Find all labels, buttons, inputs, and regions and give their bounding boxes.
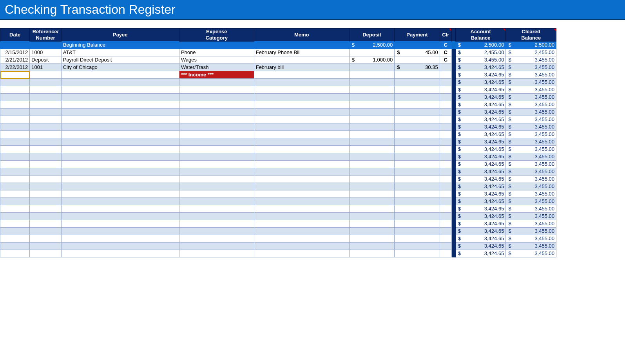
cell-payment[interactable] bbox=[395, 161, 440, 168]
cell-memo[interactable] bbox=[254, 198, 349, 205]
cell-clr[interactable] bbox=[440, 243, 451, 250]
header-date[interactable]: Date bbox=[0, 29, 30, 42]
cell-payee[interactable] bbox=[61, 190, 179, 198]
cell-account-balance[interactable]: 3,424.65 bbox=[455, 168, 506, 176]
cell-category[interactable] bbox=[179, 101, 254, 109]
cell-payee[interactable] bbox=[61, 116, 179, 123]
cell-cleared-balance[interactable]: 3,455.00 bbox=[506, 235, 556, 243]
cell-deposit[interactable] bbox=[349, 228, 394, 235]
cell-category[interactable] bbox=[179, 213, 254, 220]
header-payment[interactable]: Payment bbox=[395, 29, 440, 42]
cell-memo[interactable] bbox=[254, 205, 349, 213]
cell-memo[interactable] bbox=[254, 138, 349, 146]
cell-category[interactable] bbox=[179, 131, 254, 138]
cell-memo[interactable] bbox=[254, 176, 349, 183]
cell-clr[interactable] bbox=[440, 123, 451, 131]
cell-ref[interactable] bbox=[30, 190, 61, 198]
cell-payment[interactable] bbox=[395, 243, 440, 250]
cell-clr[interactable] bbox=[440, 109, 451, 116]
cell-memo[interactable] bbox=[254, 228, 349, 235]
cell-payee[interactable] bbox=[61, 86, 179, 94]
cell-deposit[interactable] bbox=[349, 235, 394, 243]
cell-memo[interactable] bbox=[254, 71, 349, 79]
cell-ref[interactable] bbox=[30, 109, 61, 116]
cell-payee[interactable]: City of Chicago bbox=[61, 64, 179, 71]
cell-date[interactable] bbox=[0, 235, 30, 243]
cell-payee[interactable] bbox=[61, 168, 179, 176]
cell-category[interactable] bbox=[179, 228, 254, 235]
cell-payment[interactable] bbox=[395, 123, 440, 131]
header-cleared-bot[interactable]: Balance bbox=[506, 35, 556, 42]
cell-account-balance[interactable]: 3,424.65 bbox=[455, 176, 506, 183]
cell-deposit[interactable] bbox=[349, 131, 394, 138]
cell-payee[interactable] bbox=[61, 198, 179, 205]
cell-cleared-balance[interactable]: 3,455.00 bbox=[506, 131, 556, 138]
cell-account-balance[interactable]: 3,424.65 bbox=[455, 131, 506, 138]
cell-deposit[interactable] bbox=[349, 79, 394, 86]
cell-clr[interactable] bbox=[440, 161, 451, 168]
cell-payment[interactable] bbox=[395, 109, 440, 116]
cell-cleared-balance[interactable]: 3,455.00 bbox=[506, 243, 556, 250]
cell-memo[interactable] bbox=[254, 56, 349, 64]
cell-payment[interactable] bbox=[395, 116, 440, 123]
cell-memo[interactable] bbox=[254, 168, 349, 176]
cell-ref[interactable] bbox=[30, 131, 61, 138]
cell-date[interactable] bbox=[0, 228, 30, 235]
cell-account-balance[interactable]: 3,424.65 bbox=[455, 228, 506, 235]
cell-clr[interactable] bbox=[440, 213, 451, 220]
cell-category[interactable] bbox=[179, 183, 254, 190]
cell-cleared-balance[interactable]: 3,455.00 bbox=[506, 138, 556, 146]
cell-category[interactable] bbox=[179, 235, 254, 243]
cell-ref[interactable] bbox=[30, 42, 61, 49]
cell-payee[interactable] bbox=[61, 205, 179, 213]
cell-memo[interactable] bbox=[254, 161, 349, 168]
cell-category[interactable] bbox=[179, 190, 254, 198]
cell-deposit[interactable] bbox=[349, 94, 394, 101]
cell-memo[interactable] bbox=[254, 235, 349, 243]
cell-payment[interactable] bbox=[395, 198, 440, 205]
cell-ref[interactable] bbox=[30, 86, 61, 94]
cell-category[interactable] bbox=[179, 250, 254, 257]
cell-cleared-balance[interactable]: 3,455.00 bbox=[506, 109, 556, 116]
cell-account-balance[interactable]: 3,424.65 bbox=[455, 94, 506, 101]
cell-cleared-balance[interactable]: 3,455.00 bbox=[506, 116, 556, 123]
cell-account-balance[interactable]: 3,455.00 bbox=[455, 56, 506, 64]
cell-clr[interactable] bbox=[440, 198, 451, 205]
cell-ref[interactable] bbox=[30, 153, 61, 161]
header-memo[interactable]: Memo bbox=[254, 29, 349, 42]
cell-ref[interactable] bbox=[30, 79, 61, 86]
cell-account-balance[interactable]: 3,424.65 bbox=[455, 161, 506, 168]
cell-memo[interactable] bbox=[254, 94, 349, 101]
cell-ref[interactable] bbox=[30, 228, 61, 235]
cell-category[interactable] bbox=[179, 198, 254, 205]
cell-date[interactable] bbox=[0, 101, 30, 109]
cell-account-balance[interactable]: 2,500.00 bbox=[455, 42, 506, 49]
cell-clr[interactable] bbox=[440, 131, 451, 138]
cell-account-balance[interactable]: 3,424.65 bbox=[455, 79, 506, 86]
header-ref-top[interactable]: Reference/ bbox=[30, 29, 61, 35]
cell-cleared-balance[interactable]: 3,455.00 bbox=[506, 205, 556, 213]
cell-deposit[interactable] bbox=[349, 86, 394, 94]
cell-cleared-balance[interactable]: 2,500.00 bbox=[506, 42, 556, 49]
cell-clr[interactable] bbox=[440, 64, 451, 71]
cell-category[interactable] bbox=[179, 42, 254, 49]
cell-category[interactable] bbox=[179, 109, 254, 116]
cell-payment[interactable] bbox=[395, 220, 440, 228]
cell-payment[interactable] bbox=[395, 168, 440, 176]
cell-payment[interactable] bbox=[395, 205, 440, 213]
cell-cleared-balance[interactable]: 3,455.00 bbox=[506, 146, 556, 153]
cell-date[interactable] bbox=[0, 161, 30, 168]
cell-category[interactable] bbox=[179, 94, 254, 101]
cell-clr[interactable] bbox=[440, 220, 451, 228]
cell-clr[interactable] bbox=[440, 168, 451, 176]
cell-deposit[interactable] bbox=[349, 71, 394, 79]
cell-cleared-balance[interactable]: 3,455.00 bbox=[506, 213, 556, 220]
cell-category[interactable] bbox=[179, 153, 254, 161]
cell-date[interactable] bbox=[0, 153, 30, 161]
cell-account-balance[interactable]: 3,424.65 bbox=[455, 86, 506, 94]
cell-memo[interactable] bbox=[254, 116, 349, 123]
cell-memo[interactable] bbox=[254, 146, 349, 153]
cell-ref[interactable] bbox=[30, 123, 61, 131]
cell-ref[interactable] bbox=[30, 101, 61, 109]
cell-payee[interactable] bbox=[61, 220, 179, 228]
